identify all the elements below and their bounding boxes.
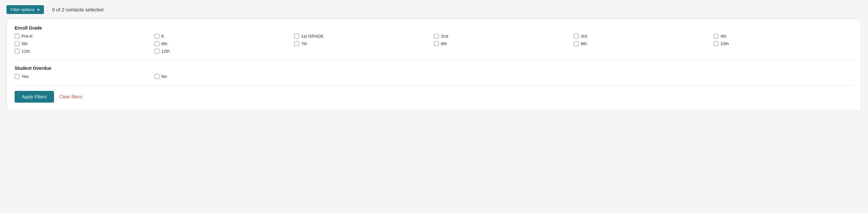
grade-k-item[interactable]: K <box>155 34 294 39</box>
grade-9th-checkbox[interactable] <box>574 41 579 46</box>
grade-4th-label: 4th <box>720 34 726 39</box>
student-overdue-grid: Yes No <box>14 74 854 79</box>
grade-7th-item[interactable]: 7th <box>294 41 434 46</box>
overdue-yes-label: Yes <box>22 74 29 79</box>
grade-prek-item[interactable]: Pre-K <box>14 34 155 39</box>
grade-12th-checkbox[interactable] <box>155 49 159 54</box>
clear-filters-button[interactable]: Clear filters <box>59 94 82 99</box>
grade-9th-item[interactable]: 9th <box>574 41 714 46</box>
grade-6th-label: 6th <box>161 41 167 46</box>
grade-k-checkbox[interactable] <box>155 34 159 39</box>
grade-prek-checkbox[interactable] <box>14 34 20 39</box>
grade-10th-item[interactable]: 10th <box>713 41 854 46</box>
action-bar: Apply Filters Clear filters <box>14 91 854 103</box>
grade-1st-checkbox[interactable] <box>294 34 299 39</box>
grade-2nd-label: 2nd <box>441 34 448 39</box>
grade-3rd-checkbox[interactable] <box>574 34 579 39</box>
grade-9th-label: 9th <box>581 41 587 46</box>
contacts-selected-text: 0 of 2 contacts selected <box>52 7 103 12</box>
action-divider <box>14 85 854 86</box>
grade-5th-checkbox[interactable] <box>14 41 20 46</box>
grade-12th-item[interactable]: 12th <box>155 49 294 54</box>
grade-6th-item[interactable]: 6th <box>155 41 294 46</box>
grade-2nd-item[interactable]: 2nd <box>434 34 574 39</box>
grade-11th-checkbox[interactable] <box>14 49 20 54</box>
student-overdue-title: Student Overdue <box>14 66 854 71</box>
grade-4th-checkbox[interactable] <box>713 34 718 39</box>
overdue-yes-checkbox[interactable] <box>14 74 20 79</box>
grade-5th-item[interactable]: 5th <box>14 41 155 46</box>
grade-2nd-checkbox[interactable] <box>434 34 439 39</box>
overdue-no-label: No <box>161 74 167 79</box>
grade-3rd-item[interactable]: 3rd <box>574 34 714 39</box>
grade-3rd-label: 3rd <box>581 34 587 39</box>
grade-8th-checkbox[interactable] <box>434 41 439 46</box>
filter-options-label: Filter options <box>10 7 34 12</box>
overdue-no-item[interactable]: No <box>155 74 294 79</box>
grade-10th-checkbox[interactable] <box>713 41 718 46</box>
overdue-no-checkbox[interactable] <box>155 74 159 79</box>
student-overdue-section: Student Overdue Yes No <box>14 66 854 79</box>
overdue-yes-item[interactable]: Yes <box>14 74 155 79</box>
grade-k-label: K <box>161 34 164 39</box>
enroll-grade-section: Enroll Grade Pre-K K 1st GRADE 2nd 3rd <box>14 25 854 54</box>
grade-7th-checkbox[interactable] <box>294 41 299 46</box>
grade-6th-checkbox[interactable] <box>155 41 159 46</box>
grade-1st-item[interactable]: 1st GRADE <box>294 34 434 39</box>
grade-11th-label: 11th <box>22 49 30 54</box>
grade-7th-label: 7th <box>301 41 307 46</box>
grade-1st-label: 1st GRADE <box>301 34 324 39</box>
grade-8th-label: 8th <box>441 41 447 46</box>
filter-panel: Enroll Grade Pre-K K 1st GRADE 2nd 3rd <box>6 19 862 111</box>
enroll-grade-grid: Pre-K K 1st GRADE 2nd 3rd 4th <box>14 34 854 54</box>
chevron-down-icon: ▼ <box>36 8 40 12</box>
grade-8th-item[interactable]: 8th <box>434 41 574 46</box>
vertical-divider <box>48 6 48 13</box>
enroll-grade-title: Enroll Grade <box>14 25 854 31</box>
apply-filters-button[interactable]: Apply Filters <box>14 91 54 103</box>
grade-prek-label: Pre-K <box>22 34 33 39</box>
grade-5th-label: 5th <box>22 41 28 46</box>
grade-11th-item[interactable]: 11th <box>14 49 155 54</box>
grade-10th-label: 10th <box>720 41 729 46</box>
top-bar: Filter options ▼ 0 of 2 contacts selecte… <box>6 5 862 14</box>
filter-options-button[interactable]: Filter options ▼ <box>6 5 44 14</box>
grade-12th-label: 12th <box>161 49 170 54</box>
grade-4th-item[interactable]: 4th <box>713 34 854 39</box>
